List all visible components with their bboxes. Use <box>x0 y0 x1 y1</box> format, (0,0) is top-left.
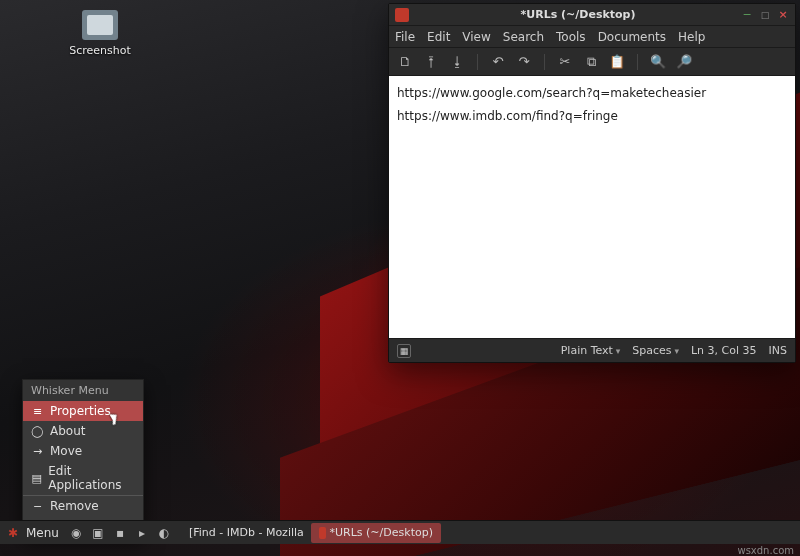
sidebar-toggle-icon[interactable]: ▦ <box>397 344 411 358</box>
find-icon[interactable]: 🔍 <box>650 54 666 70</box>
task-label: *URLs (~/Desktop) <box>330 526 433 539</box>
insert-mode: INS <box>769 344 787 357</box>
menu-edit[interactable]: Edit <box>427 30 450 44</box>
menu-file[interactable]: File <box>395 30 415 44</box>
text-line: https://www.imdb.com/find?q=fringe <box>397 105 787 128</box>
desktop-icon-screenshot[interactable]: Screenshot <box>64 10 136 57</box>
status-bar: ▦ Plain Text Spaces Ln 3, Col 35 INS <box>389 338 795 362</box>
taskbar-item-editor[interactable]: *URLs (~/Desktop) <box>311 523 441 543</box>
open-icon[interactable]: ⭱ <box>423 54 439 70</box>
maximize-button[interactable] <box>759 9 771 21</box>
ctx-about[interactable]: ◯ About <box>23 421 143 441</box>
app-icon[interactable]: ◐ <box>155 524 173 542</box>
menu-tools[interactable]: Tools <box>556 30 586 44</box>
window-titlebar[interactable]: *URLs (~/Desktop) <box>389 4 795 26</box>
text-line: https://www.google.com/search?q=maketech… <box>397 82 787 105</box>
new-icon[interactable]: 🗋 <box>397 54 413 70</box>
editor-text-area[interactable]: https://www.google.com/search?q=maketech… <box>389 76 795 338</box>
copy-icon[interactable]: ⧉ <box>583 54 599 70</box>
list-icon: ≡ <box>31 405 44 418</box>
menu-help[interactable]: Help <box>678 30 705 44</box>
toolbar: 🗋 ⭱ ⭳ ↶ ↷ ✂ ⧉ 📋 🔍 🔎 <box>389 48 795 76</box>
indent-selector[interactable]: Spaces <box>632 344 679 357</box>
files-icon[interactable]: ▣ <box>89 524 107 542</box>
paste-icon[interactable]: 📋 <box>609 54 625 70</box>
browser-icon[interactable]: ◉ <box>67 524 85 542</box>
context-menu-header: Whisker Menu <box>23 380 143 401</box>
menu-view[interactable]: View <box>462 30 490 44</box>
whisker-context-menu: Whisker Menu ≡ Properties ◯ About → Move… <box>22 379 144 537</box>
circle-icon: ◯ <box>31 425 44 438</box>
editor-icon <box>319 527 326 539</box>
toolbar-separator <box>637 54 638 70</box>
ctx-label: About <box>50 424 85 438</box>
ctx-label: Edit Applications <box>48 464 135 492</box>
app-icon <box>395 8 409 22</box>
undo-icon[interactable]: ↶ <box>490 54 506 70</box>
toolbar-separator <box>544 54 545 70</box>
window-title: *URLs (~/Desktop) <box>415 8 741 21</box>
cursor-position: Ln 3, Col 35 <box>691 344 757 357</box>
taskbar: ✱ Menu ◉ ▣ ▪ ▸ ◐ [Find - IMDb - Mozilla … <box>0 520 800 544</box>
taskbar-item-firefox[interactable]: [Find - IMDb - Mozilla F... <box>177 523 307 543</box>
menu-documents[interactable]: Documents <box>598 30 666 44</box>
menubar: File Edit View Search Tools Documents He… <box>389 26 795 48</box>
minimize-button[interactable] <box>741 9 753 21</box>
redo-icon[interactable]: ↷ <box>516 54 532 70</box>
toolbar-separator <box>477 54 478 70</box>
ctx-edit-applications[interactable]: ▤ Edit Applications <box>23 461 143 495</box>
menu-search[interactable]: Search <box>503 30 544 44</box>
replace-icon[interactable]: 🔎 <box>676 54 692 70</box>
ctx-remove[interactable]: − Remove <box>23 496 143 516</box>
desktop-icon-label: Screenshot <box>64 44 136 57</box>
ctx-move[interactable]: → Move <box>23 441 143 461</box>
start-menu-label[interactable]: Menu <box>26 526 59 540</box>
syntax-selector[interactable]: Plain Text <box>561 344 621 357</box>
screenshot-icon <box>82 10 118 40</box>
terminal-icon[interactable]: ▪ <box>111 524 129 542</box>
watermark: wsxdn.com <box>737 545 794 556</box>
ctx-label: Remove <box>50 499 99 513</box>
save-icon[interactable]: ⭳ <box>449 54 465 70</box>
window-controls <box>741 9 789 21</box>
ctx-properties[interactable]: ≡ Properties <box>23 401 143 421</box>
task-label: [Find - IMDb - Mozilla F... <box>189 526 307 539</box>
text-editor-window: *URLs (~/Desktop) File Edit View Search … <box>388 3 796 363</box>
cut-icon[interactable]: ✂ <box>557 54 573 70</box>
ctx-label: Move <box>50 444 82 458</box>
mail-icon[interactable]: ▸ <box>133 524 151 542</box>
minus-icon: − <box>31 500 44 513</box>
close-button[interactable] <box>777 9 789 21</box>
ctx-label: Properties <box>50 404 111 418</box>
start-menu-icon[interactable]: ✱ <box>4 524 22 542</box>
edit-icon: ▤ <box>31 472 42 485</box>
arrow-icon: → <box>31 445 44 458</box>
